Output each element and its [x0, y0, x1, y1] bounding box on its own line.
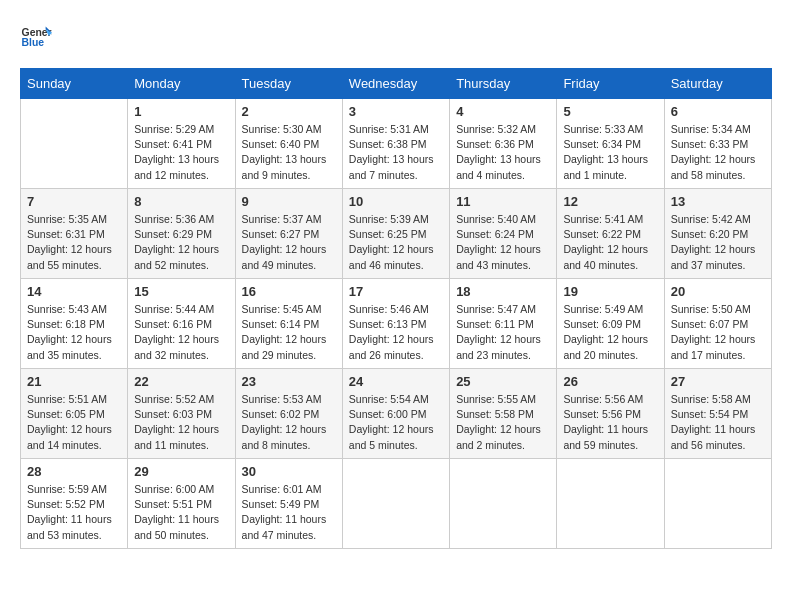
- calendar-cell: 4Sunrise: 5:32 AMSunset: 6:36 PMDaylight…: [450, 99, 557, 189]
- day-number: 2: [242, 104, 336, 119]
- day-number: 7: [27, 194, 121, 209]
- calendar-cell: 28Sunrise: 5:59 AMSunset: 5:52 PMDayligh…: [21, 459, 128, 549]
- day-number: 29: [134, 464, 228, 479]
- day-info: Sunrise: 5:53 AMSunset: 6:02 PMDaylight:…: [242, 392, 336, 453]
- calendar-cell: 22Sunrise: 5:52 AMSunset: 6:03 PMDayligh…: [128, 369, 235, 459]
- calendar-cell: 30Sunrise: 6:01 AMSunset: 5:49 PMDayligh…: [235, 459, 342, 549]
- calendar-cell: 18Sunrise: 5:47 AMSunset: 6:11 PMDayligh…: [450, 279, 557, 369]
- calendar-cell: [21, 99, 128, 189]
- day-number: 16: [242, 284, 336, 299]
- header-thursday: Thursday: [450, 69, 557, 99]
- calendar-cell: 29Sunrise: 6:00 AMSunset: 5:51 PMDayligh…: [128, 459, 235, 549]
- calendar-cell: 17Sunrise: 5:46 AMSunset: 6:13 PMDayligh…: [342, 279, 449, 369]
- header-wednesday: Wednesday: [342, 69, 449, 99]
- day-info: Sunrise: 5:49 AMSunset: 6:09 PMDaylight:…: [563, 302, 657, 363]
- calendar-cell: 16Sunrise: 5:45 AMSunset: 6:14 PMDayligh…: [235, 279, 342, 369]
- day-info: Sunrise: 5:45 AMSunset: 6:14 PMDaylight:…: [242, 302, 336, 363]
- day-info: Sunrise: 6:00 AMSunset: 5:51 PMDaylight:…: [134, 482, 228, 543]
- day-number: 1: [134, 104, 228, 119]
- day-number: 22: [134, 374, 228, 389]
- day-number: 30: [242, 464, 336, 479]
- header-sunday: Sunday: [21, 69, 128, 99]
- day-info: Sunrise: 5:46 AMSunset: 6:13 PMDaylight:…: [349, 302, 443, 363]
- day-info: Sunrise: 5:43 AMSunset: 6:18 PMDaylight:…: [27, 302, 121, 363]
- calendar-cell: 24Sunrise: 5:54 AMSunset: 6:00 PMDayligh…: [342, 369, 449, 459]
- day-info: Sunrise: 5:33 AMSunset: 6:34 PMDaylight:…: [563, 122, 657, 183]
- day-info: Sunrise: 5:55 AMSunset: 5:58 PMDaylight:…: [456, 392, 550, 453]
- day-number: 9: [242, 194, 336, 209]
- day-info: Sunrise: 5:44 AMSunset: 6:16 PMDaylight:…: [134, 302, 228, 363]
- day-number: 10: [349, 194, 443, 209]
- calendar-cell: [557, 459, 664, 549]
- day-info: Sunrise: 5:40 AMSunset: 6:24 PMDaylight:…: [456, 212, 550, 273]
- day-number: 18: [456, 284, 550, 299]
- day-info: Sunrise: 5:36 AMSunset: 6:29 PMDaylight:…: [134, 212, 228, 273]
- svg-text:Blue: Blue: [22, 37, 45, 48]
- calendar-cell: 12Sunrise: 5:41 AMSunset: 6:22 PMDayligh…: [557, 189, 664, 279]
- header-tuesday: Tuesday: [235, 69, 342, 99]
- day-info: Sunrise: 5:29 AMSunset: 6:41 PMDaylight:…: [134, 122, 228, 183]
- day-info: Sunrise: 5:47 AMSunset: 6:11 PMDaylight:…: [456, 302, 550, 363]
- calendar-cell: 8Sunrise: 5:36 AMSunset: 6:29 PMDaylight…: [128, 189, 235, 279]
- calendar-cell: 2Sunrise: 5:30 AMSunset: 6:40 PMDaylight…: [235, 99, 342, 189]
- day-info: Sunrise: 5:30 AMSunset: 6:40 PMDaylight:…: [242, 122, 336, 183]
- day-number: 12: [563, 194, 657, 209]
- calendar-week-1: 1Sunrise: 5:29 AMSunset: 6:41 PMDaylight…: [21, 99, 772, 189]
- day-number: 28: [27, 464, 121, 479]
- calendar-week-4: 21Sunrise: 5:51 AMSunset: 6:05 PMDayligh…: [21, 369, 772, 459]
- day-info: Sunrise: 5:31 AMSunset: 6:38 PMDaylight:…: [349, 122, 443, 183]
- calendar-week-3: 14Sunrise: 5:43 AMSunset: 6:18 PMDayligh…: [21, 279, 772, 369]
- day-number: 11: [456, 194, 550, 209]
- day-info: Sunrise: 5:56 AMSunset: 5:56 PMDaylight:…: [563, 392, 657, 453]
- day-number: 24: [349, 374, 443, 389]
- day-number: 15: [134, 284, 228, 299]
- calendar-cell: 14Sunrise: 5:43 AMSunset: 6:18 PMDayligh…: [21, 279, 128, 369]
- calendar-cell: 3Sunrise: 5:31 AMSunset: 6:38 PMDaylight…: [342, 99, 449, 189]
- day-info: Sunrise: 5:54 AMSunset: 6:00 PMDaylight:…: [349, 392, 443, 453]
- day-info: Sunrise: 5:37 AMSunset: 6:27 PMDaylight:…: [242, 212, 336, 273]
- day-number: 26: [563, 374, 657, 389]
- logo-icon: General Blue: [20, 20, 52, 52]
- calendar-cell: [342, 459, 449, 549]
- day-info: Sunrise: 5:58 AMSunset: 5:54 PMDaylight:…: [671, 392, 765, 453]
- calendar-cell: 7Sunrise: 5:35 AMSunset: 6:31 PMDaylight…: [21, 189, 128, 279]
- calendar-cell: 26Sunrise: 5:56 AMSunset: 5:56 PMDayligh…: [557, 369, 664, 459]
- calendar-week-2: 7Sunrise: 5:35 AMSunset: 6:31 PMDaylight…: [21, 189, 772, 279]
- day-number: 25: [456, 374, 550, 389]
- day-number: 23: [242, 374, 336, 389]
- header-friday: Friday: [557, 69, 664, 99]
- calendar-cell: 19Sunrise: 5:49 AMSunset: 6:09 PMDayligh…: [557, 279, 664, 369]
- day-info: Sunrise: 6:01 AMSunset: 5:49 PMDaylight:…: [242, 482, 336, 543]
- day-info: Sunrise: 5:34 AMSunset: 6:33 PMDaylight:…: [671, 122, 765, 183]
- day-number: 5: [563, 104, 657, 119]
- calendar-cell: [664, 459, 771, 549]
- calendar-cell: 9Sunrise: 5:37 AMSunset: 6:27 PMDaylight…: [235, 189, 342, 279]
- calendar-cell: 21Sunrise: 5:51 AMSunset: 6:05 PMDayligh…: [21, 369, 128, 459]
- header-monday: Monday: [128, 69, 235, 99]
- day-number: 13: [671, 194, 765, 209]
- day-number: 4: [456, 104, 550, 119]
- calendar-cell: 20Sunrise: 5:50 AMSunset: 6:07 PMDayligh…: [664, 279, 771, 369]
- calendar-cell: 13Sunrise: 5:42 AMSunset: 6:20 PMDayligh…: [664, 189, 771, 279]
- calendar-cell: 6Sunrise: 5:34 AMSunset: 6:33 PMDaylight…: [664, 99, 771, 189]
- calendar-cell: [450, 459, 557, 549]
- day-info: Sunrise: 5:59 AMSunset: 5:52 PMDaylight:…: [27, 482, 121, 543]
- day-number: 20: [671, 284, 765, 299]
- calendar-table: SundayMondayTuesdayWednesdayThursdayFrid…: [20, 68, 772, 549]
- calendar-cell: 23Sunrise: 5:53 AMSunset: 6:02 PMDayligh…: [235, 369, 342, 459]
- calendar-cell: 5Sunrise: 5:33 AMSunset: 6:34 PMDaylight…: [557, 99, 664, 189]
- day-info: Sunrise: 5:35 AMSunset: 6:31 PMDaylight:…: [27, 212, 121, 273]
- day-number: 17: [349, 284, 443, 299]
- day-info: Sunrise: 5:32 AMSunset: 6:36 PMDaylight:…: [456, 122, 550, 183]
- day-number: 14: [27, 284, 121, 299]
- day-number: 27: [671, 374, 765, 389]
- calendar-week-5: 28Sunrise: 5:59 AMSunset: 5:52 PMDayligh…: [21, 459, 772, 549]
- calendar-cell: 15Sunrise: 5:44 AMSunset: 6:16 PMDayligh…: [128, 279, 235, 369]
- calendar-cell: 27Sunrise: 5:58 AMSunset: 5:54 PMDayligh…: [664, 369, 771, 459]
- day-number: 21: [27, 374, 121, 389]
- day-info: Sunrise: 5:39 AMSunset: 6:25 PMDaylight:…: [349, 212, 443, 273]
- day-info: Sunrise: 5:41 AMSunset: 6:22 PMDaylight:…: [563, 212, 657, 273]
- day-number: 8: [134, 194, 228, 209]
- day-number: 3: [349, 104, 443, 119]
- calendar-cell: 1Sunrise: 5:29 AMSunset: 6:41 PMDaylight…: [128, 99, 235, 189]
